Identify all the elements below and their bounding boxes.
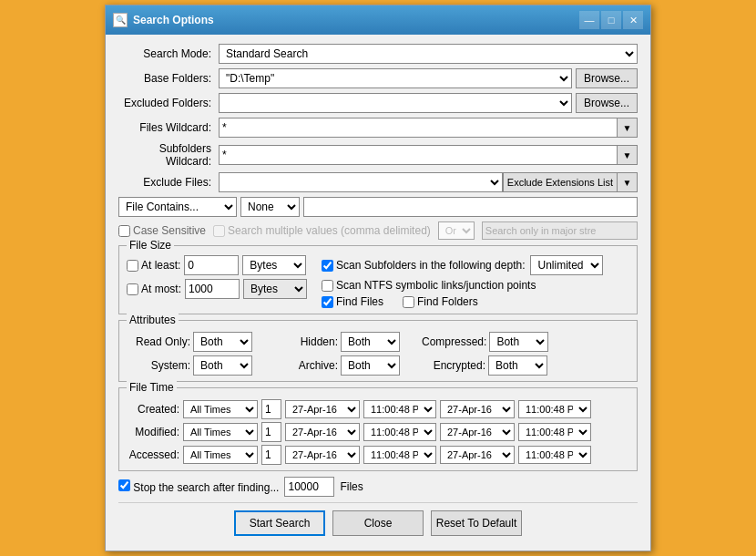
stop-search-checkbox[interactable] xyxy=(118,479,130,491)
accessed-num-input[interactable] xyxy=(261,445,281,465)
start-search-button[interactable]: Start Search xyxy=(234,510,325,536)
find-files-label[interactable]: Find Files xyxy=(322,295,383,308)
compressed-label: Compressed: xyxy=(422,335,486,348)
files-wildcard-group: ▼ xyxy=(219,118,638,138)
close-button[interactable]: Close xyxy=(332,510,424,536)
modified-num-input[interactable] xyxy=(261,422,281,442)
close-window-button[interactable]: ✕ xyxy=(623,11,643,29)
created-date1-select[interactable]: 27-Apr-16 xyxy=(285,400,360,418)
file-contains-select[interactable]: File Contains... xyxy=(118,197,237,217)
modified-time1-select[interactable]: 11:00:48 P xyxy=(363,423,436,441)
archive-label: Archive: xyxy=(274,359,338,372)
at-least-unit-select[interactable]: Bytes xyxy=(242,255,306,275)
hidden-select[interactable]: BothYesNo xyxy=(341,332,400,352)
excluded-folders-select[interactable] xyxy=(219,93,572,113)
exclude-extensions-button[interactable]: Exclude Extensions List xyxy=(503,172,618,192)
files-wildcard-dropdown-button[interactable]: ▼ xyxy=(618,118,638,138)
created-date2-select[interactable]: 27-Apr-16 xyxy=(440,400,515,418)
at-most-unit-select[interactable]: Bytes xyxy=(243,279,307,299)
at-least-label[interactable]: At least: xyxy=(127,259,180,272)
file-contains-input[interactable] xyxy=(303,197,638,217)
base-folders-browse-button[interactable]: Browse... xyxy=(576,68,638,88)
created-type-select[interactable]: All Times xyxy=(183,400,258,418)
stop-search-row: Stop the search after finding... Files xyxy=(118,477,638,497)
scan-subfolders-label[interactable]: Scan Subfolders in the following depth: xyxy=(322,259,525,272)
subfolders-wildcard-input[interactable] xyxy=(219,145,618,165)
encrypted-select[interactable]: BothYesNo xyxy=(488,355,547,376)
case-sensitive-checkbox[interactable] xyxy=(118,225,130,237)
search-mode-select[interactable]: Standard Search xyxy=(219,44,638,64)
case-sensitive-label[interactable]: Case Sensitive xyxy=(118,224,206,237)
accessed-time2-select[interactable]: 11:00:48 P xyxy=(518,446,591,464)
file-time-content: Created: All Times 27-Apr-16 11:00:48 P … xyxy=(127,399,629,465)
stop-search-label[interactable]: Stop the search after finding... xyxy=(118,479,279,494)
at-most-label[interactable]: At most: xyxy=(127,283,181,295)
subfolders-wildcard-dropdown-button[interactable]: ▼ xyxy=(618,145,638,165)
accessed-date1-select[interactable]: 27-Apr-16 xyxy=(285,446,360,464)
encrypted-label: Encrypted: xyxy=(422,359,485,372)
file-size-content: At least: Bytes At most: Bytes xyxy=(127,255,629,308)
scan-ntfs-label[interactable]: Scan NTFS symbolic links/junction points xyxy=(322,279,536,292)
find-folders-checkbox[interactable] xyxy=(403,296,414,308)
created-num-input[interactable] xyxy=(261,399,281,419)
exclude-ext-dropdown-button[interactable]: ▼ xyxy=(618,172,638,192)
modified-type-select[interactable]: All Times xyxy=(183,423,258,441)
titlebar-controls: — □ ✕ xyxy=(579,11,643,29)
hidden-attr: Hidden: BothYesNo xyxy=(274,332,400,352)
at-least-checkbox[interactable] xyxy=(127,260,138,272)
subfolders-wildcard-label: Subfolders Wildcard: xyxy=(118,142,219,168)
find-files-checkbox[interactable] xyxy=(322,296,333,308)
accessed-date2-select[interactable]: 27-Apr-16 xyxy=(440,446,515,464)
file-size-right: Scan Subfolders in the following depth: … xyxy=(322,255,603,308)
find-files-folders-row: Find Files Find Folders xyxy=(322,295,603,308)
created-time-row: Created: All Times 27-Apr-16 11:00:48 P … xyxy=(127,399,629,419)
accessed-time1-select[interactable]: 11:00:48 P xyxy=(363,446,436,464)
attributes-content: Read Only: BothYesNo Hidden: BothYesNo C… xyxy=(127,332,629,376)
created-time2-select[interactable]: 11:00:48 P xyxy=(518,400,591,418)
scan-subfolders-checkbox[interactable] xyxy=(322,260,333,272)
created-time1-select[interactable]: 11:00:48 P xyxy=(363,400,436,418)
reset-default-button[interactable]: Reset To Default xyxy=(431,510,522,536)
archive-select[interactable]: BothYesNo xyxy=(341,355,400,376)
read-only-select[interactable]: BothYesNo xyxy=(193,332,252,352)
subfolders-wildcard-group: ▼ xyxy=(219,145,638,165)
maximize-button[interactable]: □ xyxy=(601,11,621,29)
modified-date1-select[interactable]: 27-Apr-16 xyxy=(285,423,360,441)
excluded-folders-input-group: Browse... xyxy=(219,93,638,113)
compressed-select[interactable]: BothYesNo xyxy=(489,332,548,352)
find-folders-label[interactable]: Find Folders xyxy=(403,295,478,308)
search-mode-label: Search Mode: xyxy=(118,47,219,60)
search-multiple-checkbox[interactable] xyxy=(213,225,225,237)
excluded-folders-browse-button[interactable]: Browse... xyxy=(576,93,638,113)
scan-ntfs-checkbox[interactable] xyxy=(322,280,333,292)
minimize-button[interactable]: — xyxy=(579,11,599,29)
files-wildcard-input[interactable] xyxy=(219,118,618,138)
subfolders-wildcard-row: Subfolders Wildcard: ▼ xyxy=(118,142,638,168)
file-size-group: File Size At least: Bytes At xyxy=(118,245,638,314)
none-select[interactable]: None xyxy=(240,197,300,217)
at-most-checkbox[interactable] xyxy=(127,283,138,295)
at-most-input[interactable] xyxy=(185,279,240,299)
modified-label: Modified: xyxy=(127,426,179,438)
search-multiple-label: Search multiple values (comma delimited) xyxy=(213,224,431,237)
or-select[interactable]: Or xyxy=(438,221,475,240)
accessed-type-select[interactable]: All Times xyxy=(183,446,258,464)
excluded-folders-row: Excluded Folders: Browse... xyxy=(118,93,638,113)
stop-count-input[interactable] xyxy=(284,477,334,497)
exclude-files-select[interactable] xyxy=(219,172,503,192)
files-wildcard-row: Files Wildcard: ▼ xyxy=(118,118,638,138)
search-mode-control: Standard Search xyxy=(219,44,638,64)
read-only-label: Read Only: xyxy=(127,335,190,348)
scan-depth-select[interactable]: Unlimited xyxy=(530,255,603,275)
subfolders-wildcard-control: ▼ xyxy=(219,145,638,165)
search-major-input xyxy=(482,221,638,240)
button-row: Start Search Close Reset To Default xyxy=(118,502,638,541)
at-least-input[interactable] xyxy=(184,255,239,275)
system-select[interactable]: BothYesNo xyxy=(193,355,252,376)
modified-time2-select[interactable]: 11:00:48 P xyxy=(518,423,591,441)
window-icon: 🔍 xyxy=(113,13,128,27)
modified-date2-select[interactable]: 27-Apr-16 xyxy=(440,423,515,441)
base-folders-select[interactable]: "D:\Temp" xyxy=(219,68,572,88)
base-folders-row: Base Folders: "D:\Temp" Browse... xyxy=(118,68,638,88)
scan-depth-row: Scan Subfolders in the following depth: … xyxy=(322,255,603,275)
